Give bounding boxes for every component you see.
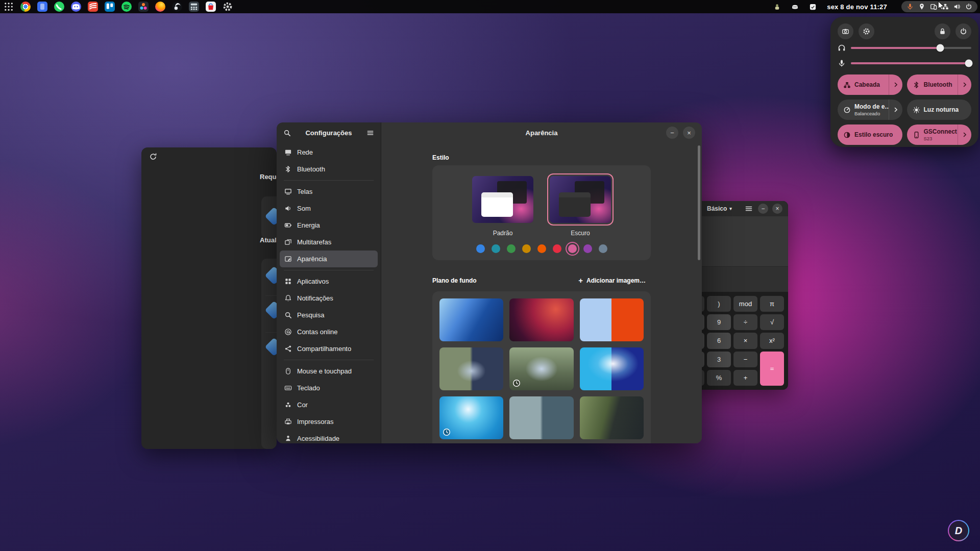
wallpaper-green-leaves-split[interactable] xyxy=(580,396,644,439)
screenshot-button[interactable] xyxy=(838,23,853,39)
menu-icon[interactable] xyxy=(366,129,374,137)
minimize-button[interactable]: − xyxy=(666,127,678,139)
accent-color-pink[interactable] xyxy=(568,244,577,253)
sidebar-item-pesquisa[interactable]: Pesquisa xyxy=(280,307,378,323)
chrome-app-icon[interactable] xyxy=(20,2,31,12)
refresh-icon[interactable] xyxy=(149,153,157,161)
calc-key-xx[interactable]: x² xyxy=(760,333,784,348)
accent-color-orange[interactable] xyxy=(537,244,546,253)
wallpaper-blue-triangles[interactable] xyxy=(439,298,503,341)
sidebar-item-bluetooth[interactable]: Bluetooth xyxy=(280,161,378,178)
firefox-app-icon[interactable] xyxy=(155,2,165,12)
calc-key-x[interactable]: − xyxy=(733,352,757,367)
calc-key-x[interactable]: × xyxy=(733,333,757,348)
close-button[interactable]: × xyxy=(683,127,695,139)
spotify-app-icon[interactable] xyxy=(121,2,132,12)
slider-track[interactable] xyxy=(851,47,971,49)
davinci-resolve-app-icon[interactable] xyxy=(138,2,149,12)
wallpaper-teal-abstract-split[interactable] xyxy=(509,396,573,439)
slider-track[interactable] xyxy=(851,62,971,64)
calc-key-mod[interactable]: mod xyxy=(733,296,757,312)
calc-key-3[interactable]: 3 xyxy=(707,352,731,367)
sidebar-item-rede[interactable]: Rede xyxy=(280,144,378,161)
microphone-slider[interactable] xyxy=(838,56,971,70)
accent-color-blue[interactable] xyxy=(476,244,485,253)
tasks-tray-icon[interactable] xyxy=(809,3,817,11)
calculator-app-icon[interactable] xyxy=(189,2,199,12)
calc-key-x[interactable]: + xyxy=(733,370,757,386)
sidebar-item-notifica-es[interactable]: Notificações xyxy=(280,290,378,307)
accent-color-red[interactable] xyxy=(553,244,561,253)
chevron-right-icon[interactable] xyxy=(958,124,971,145)
calc-key-6[interactable]: 6 xyxy=(707,333,731,348)
sidebar-item-cor[interactable]: Cor xyxy=(280,396,378,413)
discord-tray-icon[interactable] xyxy=(791,3,799,11)
settings-app-icon[interactable] xyxy=(223,2,233,12)
style-option-padrão[interactable]: Padrão xyxy=(470,173,536,237)
calculator-mode-dropdown[interactable]: Básico ▾ xyxy=(707,205,732,212)
wallpaper-tree-path-split[interactable] xyxy=(439,347,503,390)
chevron-right-icon[interactable] xyxy=(889,74,902,95)
wallpaper-blue-landscape-split[interactable] xyxy=(580,347,644,390)
sidebar-item-contas-online[interactable]: Contas online xyxy=(280,323,378,340)
chevron-right-icon[interactable] xyxy=(889,99,902,120)
sidebar-item-energia[interactable]: Energia xyxy=(280,217,378,234)
luz-noturna-toggle[interactable]: Luz noturna xyxy=(907,99,972,120)
wallpaper-tree-path[interactable] xyxy=(509,347,573,390)
calc-key-9[interactable]: 9 xyxy=(707,314,731,330)
clock[interactable]: sex 8 de nov 11:27 xyxy=(827,3,887,11)
sidebar-item-compartilhamento[interactable]: Compartilhamento xyxy=(280,340,378,357)
lock-button[interactable] xyxy=(935,23,950,39)
bluetooth-toggle[interactable]: Bluetooth xyxy=(907,74,972,95)
whatsapp-app-icon[interactable] xyxy=(54,2,64,12)
calc-key-x[interactable]: = xyxy=(760,352,784,386)
calc-key-x[interactable]: ) xyxy=(707,296,731,312)
accent-color-green[interactable] xyxy=(507,244,516,253)
power-button[interactable] xyxy=(955,23,971,39)
scrollbar-thumb[interactable] xyxy=(698,145,700,260)
accent-color-purple[interactable] xyxy=(583,244,592,253)
settings-button[interactable] xyxy=(859,23,874,39)
minimize-button[interactable]: − xyxy=(758,204,768,214)
estilo-escuro-toggle[interactable]: Estilo escuro xyxy=(838,124,902,145)
software-store-app-icon[interactable] xyxy=(206,2,216,12)
sidebar-item-multitarefas[interactable]: Multitarefas xyxy=(280,234,378,251)
gsconnect-toggle[interactable]: GSConnectS23 xyxy=(907,124,972,145)
update-row[interactable] xyxy=(261,196,277,239)
add-image-button[interactable]: + Adicionar imagem… xyxy=(573,273,651,287)
sidebar-item-acessibilidade[interactable]: Acessibilidade xyxy=(280,430,378,443)
slider-knob[interactable] xyxy=(936,44,944,52)
trello-app-icon[interactable] xyxy=(105,2,115,12)
sidebar-item-mouse-e-touchpad[interactable]: Mouse e touchpad xyxy=(280,363,378,380)
tray-app-icon[interactable] xyxy=(773,3,781,11)
calc-key-x[interactable]: π xyxy=(760,296,784,312)
chevron-right-icon[interactable] xyxy=(958,74,971,95)
accent-color-slate[interactable] xyxy=(599,244,607,253)
show-apps-app-icon[interactable] xyxy=(4,2,14,12)
wallpaper-red-abstract[interactable] xyxy=(509,298,573,341)
style-option-escuro[interactable]: Escuro xyxy=(547,173,614,237)
accent-color-yellow[interactable] xyxy=(522,244,531,253)
cabeada-toggle[interactable]: Cabeada xyxy=(838,74,902,95)
headphones-slider[interactable] xyxy=(838,41,971,55)
accent-color-teal[interactable] xyxy=(492,244,500,253)
sidebar-item-telas[interactable]: Telas xyxy=(280,183,378,200)
sidebar-item-apar-ncia[interactable]: Aparência xyxy=(280,251,378,267)
sidebar-item-teclado[interactable]: Teclado xyxy=(280,380,378,396)
calc-key-x[interactable]: √ xyxy=(760,314,784,330)
calc-key-x[interactable]: % xyxy=(707,370,731,386)
modo-de-e-toggle[interactable]: Modo de e…Balanceado xyxy=(838,99,902,120)
calc-key-x[interactable]: ÷ xyxy=(733,314,757,330)
distro-logo[interactable]: D xyxy=(948,520,969,541)
obs-app-icon[interactable] xyxy=(172,2,182,12)
wallpaper-blue-orange-split[interactable] xyxy=(580,298,644,341)
sidebar-item-aplicativos[interactable]: Aplicativos xyxy=(280,273,378,290)
discord-app-icon[interactable] xyxy=(71,2,81,12)
sidebar-item-impressoras[interactable]: Impressoras xyxy=(280,413,378,430)
todoist-app-icon[interactable] xyxy=(88,2,98,12)
menu-icon[interactable] xyxy=(745,205,753,213)
search-icon[interactable] xyxy=(283,129,291,137)
slider-knob[interactable] xyxy=(965,59,973,67)
wallpaper-blue-landscape[interactable] xyxy=(439,396,503,439)
close-button[interactable]: × xyxy=(772,204,782,214)
